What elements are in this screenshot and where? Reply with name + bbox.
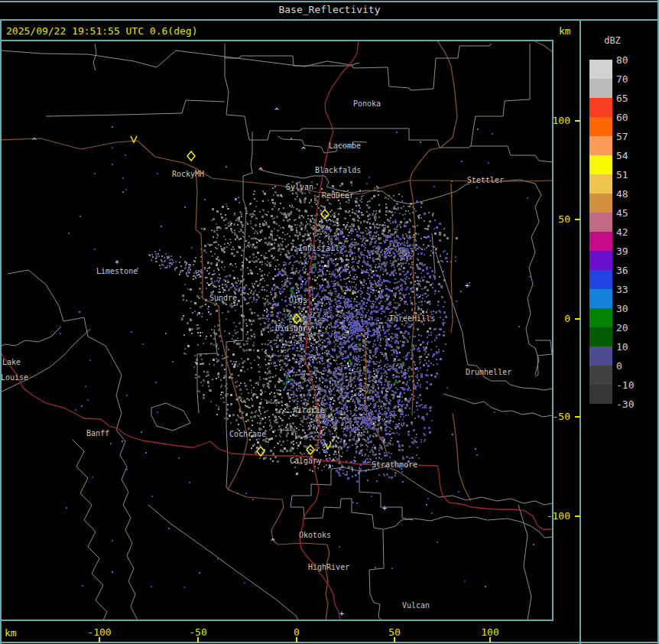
point-marker: *	[381, 228, 386, 236]
county-boundaries-line	[8, 270, 138, 620]
colorbar-swatch	[589, 60, 612, 79]
point-marker: .	[209, 224, 214, 233]
colorbar-tick-label: 57	[616, 131, 650, 142]
county-boundaries-line	[151, 403, 190, 431]
y-axis-tick	[575, 516, 580, 517]
y-axis-tick-label: 0	[538, 313, 570, 324]
city-label: Strathmore	[372, 460, 417, 469]
radar-echo-pixels	[154, 200, 456, 483]
point-marker: +	[382, 504, 387, 512]
colorbar-swatch	[589, 327, 612, 346]
colorbar-swatch	[589, 174, 612, 194]
colorbar-tick-label: 10	[616, 341, 650, 353]
frame-left	[0, 20, 2, 644]
frame-map-bottom	[0, 620, 553, 621]
secondary-roads-line	[451, 184, 453, 333]
x-axis-tick-label: 50	[372, 626, 417, 638]
county-boundaries-line	[0, 327, 61, 346]
city-label: Okotoks	[299, 531, 331, 539]
city-label: Airdrie	[293, 406, 325, 415]
frame-panel-divider	[579, 19, 581, 644]
point-marker: ^	[304, 262, 308, 270]
city-label: RedDeer	[322, 191, 354, 200]
colorbar-tick-label: -10	[616, 379, 650, 391]
y-axis-tick	[575, 219, 580, 220]
y-axis-tick	[575, 416, 580, 418]
city-label: Olds	[289, 296, 307, 304]
colorbar-swatch	[589, 194, 612, 213]
colorbar-swatch	[589, 98, 612, 117]
colorbar-tick-label: 45	[616, 207, 650, 219]
colorbar-title: dBZ	[589, 35, 635, 46]
colorbar-tick-label: 30	[616, 303, 650, 314]
colorbar-tick-label: 39	[616, 246, 650, 257]
colorbar-swatch	[589, 136, 612, 155]
county-boundaries-line	[0, 50, 359, 67]
colorbar-tick-label: 0	[616, 360, 650, 372]
county-boundaries-line	[260, 170, 541, 375]
city-label: Banff	[86, 429, 109, 437]
window-title: Base_Reflectivity	[0, 4, 659, 15]
x-axis-tick	[394, 637, 395, 642]
x-axis-tick	[197, 637, 199, 642]
colorbar-swatch	[589, 270, 612, 289]
y-axis-tick	[575, 318, 580, 320]
point-marker: ^	[258, 167, 263, 175]
city-label: Calgary	[290, 457, 322, 465]
colorbar-tick-label: 70	[616, 73, 650, 85]
frame-title-divider	[0, 19, 659, 21]
colorbar-tick-label: 60	[616, 112, 650, 123]
radar-site-diamond-marker	[187, 151, 195, 161]
colorbar-swatch	[589, 385, 612, 404]
colorbar-tick-label: 20	[616, 322, 650, 333]
x-axis-tick	[489, 637, 491, 642]
point-marker: ^	[32, 137, 37, 145]
colorbar-swatch	[589, 79, 612, 98]
colorbar-tick-label: 80	[616, 54, 650, 66]
city-label: Blackfalds	[315, 166, 361, 174]
x-axis-tick	[99, 637, 100, 642]
county-boundaries-line	[93, 44, 96, 70]
y-axis-tick-label: 100	[538, 115, 570, 126]
colorbar-swatch	[589, 232, 612, 251]
colorbar-swatch	[589, 251, 612, 270]
x-axis-tick-label: -100	[76, 626, 122, 638]
y-axis-unit-label: km	[559, 25, 571, 37]
city-label: Ponoka	[353, 99, 381, 108]
county-boundaries-line	[443, 394, 553, 417]
city-label: Didsbury	[275, 324, 312, 333]
y-axis-tick-label: 50	[538, 213, 570, 225]
city-label: Drumheller	[466, 368, 511, 376]
point-marker: ^	[331, 458, 336, 467]
county-boundaries-line	[225, 44, 553, 162]
colorbar-tick-label: 36	[616, 265, 650, 276]
city-label: Sylvan	[286, 183, 313, 191]
secondary-roads-line	[0, 138, 196, 168]
colorbar-tick-label: 48	[616, 188, 650, 200]
y-axis-tick-label: -100	[538, 510, 570, 522]
radar-echo-layer	[60, 126, 534, 588]
secondary-roads-line	[534, 41, 553, 52]
county-boundaries-line	[344, 467, 553, 505]
x-axis-tick	[296, 637, 297, 642]
point-marker: +	[270, 304, 274, 312]
radar-echo-pixels	[266, 227, 446, 476]
city-label: Limestone	[96, 267, 138, 275]
city-label: Sundre	[209, 294, 237, 302]
colorbar-tick-label: 54	[616, 150, 650, 161]
city-label: Cochrane	[229, 430, 266, 438]
city-label: Stettler	[467, 176, 504, 184]
city-label: Vulcan	[402, 601, 430, 610]
title-bar: Base_Reflectivity	[0, 0, 659, 19]
y-axis-tick-label: -50	[538, 411, 570, 422]
point-marker: ^	[271, 538, 275, 546]
secondary-roads-line	[228, 490, 330, 620]
colorbar-tick-label: 65	[616, 93, 650, 104]
x-axis-unit-label: km	[5, 627, 17, 639]
city-label: HighRiver	[308, 563, 349, 571]
city-label: Louise	[1, 373, 28, 382]
city-label: ThreeHills	[389, 314, 435, 323]
colorbar-swatch	[589, 289, 612, 308]
point-marker: +	[465, 281, 469, 290]
x-axis-tick-label: -50	[175, 626, 221, 638]
